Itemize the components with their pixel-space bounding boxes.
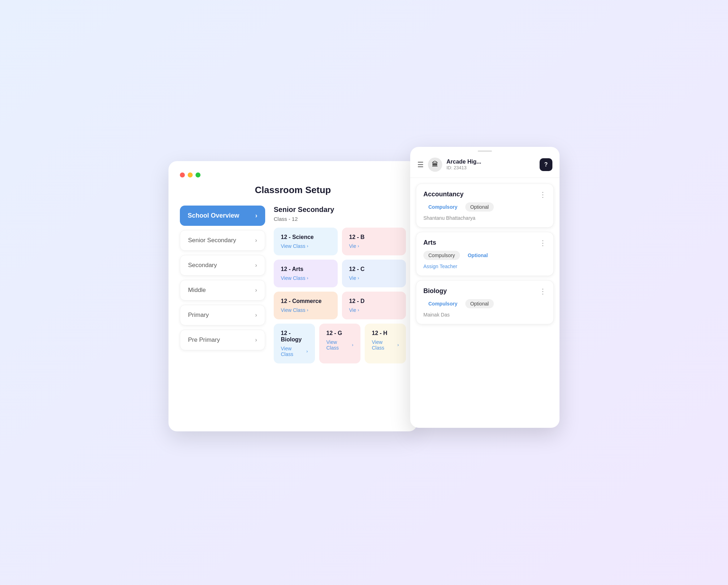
section-title: Senior Secondary [274,206,406,214]
school-logo: 🏛 [428,158,442,172]
class-name: 12 - Commerce [281,298,331,304]
right-panel: ☰ 🏛 Arcade Hig... ID: 23413 ? Accountanc… [410,147,560,428]
subject-tags: Compulsory Optional [423,299,546,308]
arrow-icon: › [358,275,359,281]
nav-item-secondary[interactable]: Secondary › [180,255,265,276]
more-options-icon[interactable]: ⋮ [539,239,546,247]
nav-label: Pre Primary [188,336,220,344]
subject-card-accountancy: Accountancy ⋮ Compulsory Optional Shanta… [416,184,554,228]
class-name: 12 - D [349,298,399,304]
scene: Classroom Setup School Overview › Senior… [168,147,560,438]
help-button[interactable]: ? [540,158,552,171]
tag-optional[interactable]: Optional [465,202,494,212]
subject-tags: Compulsory Optional [423,202,546,212]
subject-header: Accountancy ⋮ [423,190,546,199]
teacher-name: Mainak Das [423,312,546,318]
tag-compulsory[interactable]: Compulsory [423,251,460,260]
school-info: Arcade Hig... ID: 23413 [446,159,535,170]
nav-item-middle[interactable]: Middle › [180,280,265,301]
arrow-icon: › [358,307,359,313]
nav-chevron: › [255,237,257,244]
left-panel: Classroom Setup School Overview › Senior… [168,161,417,431]
subject-tags: Compulsory Optional [423,251,546,260]
tag-optional[interactable]: Optional [463,251,493,260]
nav-active-label: School Overview [188,212,239,219]
class-name: 12 - G [326,330,353,336]
nav-item-school-overview[interactable]: School Overview › [180,206,265,226]
class-name: 12 - H [372,330,399,336]
right-panel-header: ☰ 🏛 Arcade Hig... ID: 23413 ? [410,152,560,178]
view-class-link[interactable]: View Class › [326,339,353,351]
nav-chevron: › [255,312,257,318]
nav-item-pre-primary[interactable]: Pre Primary › [180,330,265,350]
class-card-h[interactable]: 12 - H View Class › [365,324,406,363]
sidebar-nav: School Overview › Senior Secondary › Sec… [180,206,265,363]
window-controls [180,172,406,177]
minimize-dot[interactable] [188,172,193,177]
close-dot[interactable] [180,172,185,177]
class-card-b[interactable]: 12 - B Vie › [342,228,406,255]
classes-grid: 12 - Science View Class › 12 - B Vie › [274,228,406,319]
bottom-cards: 12 - Biology View Class › 12 - G View Cl… [274,324,406,363]
tag-compulsory[interactable]: Compulsory [423,202,462,212]
left-content: School Overview › Senior Secondary › Sec… [180,206,406,363]
more-options-icon[interactable]: ⋮ [539,287,546,296]
teacher-name: Shantanu Bhattacharya [423,215,546,221]
view-class-link[interactable]: Vie › [349,275,399,281]
subject-card-arts: Arts ⋮ Compulsory Optional Assign Teache… [416,232,554,276]
subject-card-biology: Biology ⋮ Compulsory Optional Mainak Das [416,280,554,324]
subject-name: Biology [423,287,447,295]
nav-label: Primary [188,312,209,319]
nav-active-chevron: › [255,212,257,219]
school-id: ID: 23413 [446,165,535,170]
arrow-icon: › [307,275,308,281]
class-name: 12 - B [349,234,399,240]
nav-chevron: › [255,337,257,343]
class-card-science[interactable]: 12 - Science View Class › [274,228,338,255]
view-class-link[interactable]: View Class › [281,346,308,357]
nav-item-senior-secondary[interactable]: Senior Secondary › [180,230,265,251]
view-class-link[interactable]: View Class › [281,275,331,281]
view-class-link[interactable]: View Class › [372,339,399,351]
nav-label: Senior Secondary [188,237,236,244]
subject-name: Arts [423,239,436,246]
subject-header: Biology ⋮ [423,287,546,296]
assign-teacher-link[interactable]: Assign Teacher [423,264,546,269]
logo-icon: 🏛 [432,161,438,168]
class-name: 12 - Science [281,234,331,240]
nav-chevron: › [255,287,257,293]
more-options-icon[interactable]: ⋮ [539,190,546,199]
tag-compulsory[interactable]: Compulsory [423,299,462,308]
subject-header: Arts ⋮ [423,239,546,247]
arrow-icon: › [306,349,308,354]
class-card-arts[interactable]: 12 - Arts View Class › [274,260,338,287]
arrow-icon: › [307,243,308,249]
class-name: 12 - Biology [281,330,308,343]
maximize-dot[interactable] [196,172,200,177]
arrow-icon: › [358,243,359,249]
view-class-link[interactable]: View Class › [281,243,331,249]
nav-item-primary[interactable]: Primary › [180,305,265,325]
class-name: 12 - Arts [281,266,331,272]
class-card-c[interactable]: 12 - C Vie › [342,260,406,287]
school-name: Arcade Hig... [446,159,535,165]
main-content: Senior Secondary Class - 12 12 - Science… [274,206,406,363]
panel-title: Classroom Setup [180,185,406,196]
arrow-icon: › [352,342,353,347]
class-card-biology[interactable]: 12 - Biology View Class › [274,324,315,363]
view-class-link[interactable]: Vie › [349,243,399,249]
nav-chevron: › [255,262,257,268]
class-card-d[interactable]: 12 - D Vie › [342,292,406,319]
arrow-icon: › [307,307,308,313]
tag-optional[interactable]: Optional [465,299,494,308]
view-class-link[interactable]: Vie › [349,307,399,313]
view-class-link[interactable]: View Class › [281,307,331,313]
class-label: Class - 12 [274,216,406,222]
nav-label: Secondary [188,262,217,269]
class-card-commerce[interactable]: 12 - Commerce View Class › [274,292,338,319]
hamburger-icon[interactable]: ☰ [417,160,424,169]
class-name: 12 - C [349,266,399,272]
subject-name: Accountancy [423,191,464,198]
class-card-g[interactable]: 12 - G View Class › [319,324,360,363]
subjects-list: Accountancy ⋮ Compulsory Optional Shanta… [410,178,560,330]
